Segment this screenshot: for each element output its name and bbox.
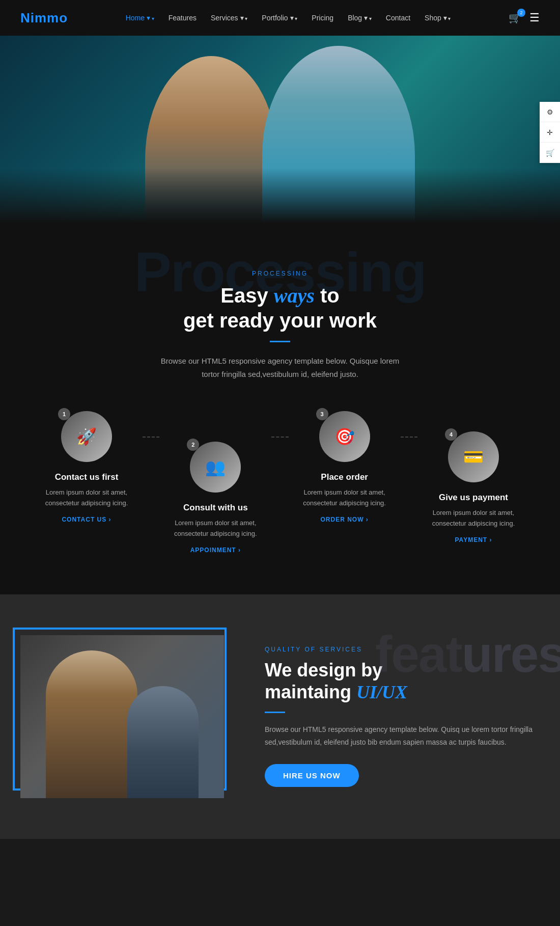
step-3-desc: Lorem ipsum dolor sit amet, consectetur … (289, 487, 401, 509)
features-title-line2-part1: maintaing (265, 682, 356, 702)
step-4-desc: Lorem ipsum dolor sit amet, consectetur … (417, 508, 529, 529)
step-1-number: 1 (58, 408, 70, 420)
nav-features[interactable]: Features (169, 14, 197, 22)
step-3-number: 3 (316, 408, 328, 420)
nav-portfolio[interactable]: Portfolio ▾ (262, 14, 297, 22)
features-divider (265, 712, 285, 713)
features-desc: Browse our HTML5 responsive agency templ… (265, 723, 540, 749)
features-person-1 (46, 650, 137, 798)
features-title: We design by maintaing UI/UX (265, 659, 540, 703)
logo[interactable]: Nimmo (20, 10, 68, 26)
step-2-title: Consult with us (183, 503, 248, 513)
title-italic: ways (274, 284, 315, 307)
nav-links: Home ▾ Features Services ▾ Portfolio ▾ P… (126, 14, 451, 22)
step-1-circle: 🚀 (61, 411, 112, 462)
dotted-line-2 (271, 437, 288, 438)
step-4-circle: 💳 (448, 431, 499, 482)
step-3-link[interactable]: ORDER NOW › (320, 516, 368, 523)
step-1-icon: 🚀 (76, 427, 97, 446)
nav-contact[interactable]: Contact (386, 14, 410, 22)
nav-home[interactable]: Home ▾ (126, 14, 154, 22)
dotted-line-1 (143, 437, 159, 438)
step-4-icon-wrap: 4 💳 (448, 431, 499, 482)
hamburger-menu[interactable]: ☰ (529, 11, 540, 24)
logo-text: Nimm (20, 10, 59, 25)
features-title-part1: We design by (265, 660, 382, 680)
cart-icon[interactable]: 🛒 2 (509, 12, 521, 24)
nav-blog[interactable]: Blog ▾ (348, 14, 372, 22)
step-4-number: 4 (445, 428, 457, 441)
step-3-circle: 🎯 (319, 411, 370, 462)
features-image-wrap (20, 635, 234, 798)
features-image (20, 635, 224, 798)
nav-right: 🛒 2 ☰ (509, 11, 540, 24)
cart-widget[interactable]: 🛒 (540, 143, 560, 163)
step-1-link[interactable]: CONTACT US › (62, 516, 111, 523)
nav-services[interactable]: Services ▾ (211, 14, 247, 22)
hero-section (0, 36, 560, 229)
step-3-icon-wrap: 3 🎯 (319, 411, 370, 462)
processing-desc: Browse our HTML5 responsive agency templ… (153, 355, 407, 380)
plus-widget[interactable]: ✛ (540, 122, 560, 143)
navbar: Nimmo Home ▾ Features Services ▾ Portfol… (0, 0, 560, 36)
step-2-icon: 👥 (205, 457, 226, 477)
title-line2: get ready your work (183, 309, 377, 332)
step-1-title: Contact us first (55, 472, 119, 482)
step-2-link[interactable]: APPOINMENT › (190, 547, 241, 554)
step-4-title: Give us payment (439, 493, 508, 503)
step-3-icon: 🎯 (334, 427, 355, 446)
step-4-link[interactable]: PAYMENT › (455, 536, 492, 543)
processing-tag: PROCESSING (20, 270, 540, 277)
step-2-desc: Lorem ipsum dolor sit amet, consectetur … (159, 518, 271, 539)
title-part2: to (315, 284, 340, 307)
dotted-line-3 (401, 437, 417, 438)
step-1-desc: Lorem ipsum dolor sit amet, consectetur … (31, 487, 143, 509)
features-person-2 (127, 686, 199, 798)
gear-widget[interactable]: ⚙ (540, 102, 560, 122)
step-1: 1 🚀 Contact us first Lorem ipsum dolor s… (31, 411, 143, 523)
step-1-icon-wrap: 1 🚀 (61, 411, 112, 462)
features-people (20, 635, 224, 798)
processing-section: Processing PROCESSING Easy ways to get r… (0, 229, 560, 594)
section-divider (270, 341, 290, 342)
step-4-icon: 💳 (463, 447, 484, 467)
step-2: 2 👥 Consult with us Lorem ipsum dolor si… (159, 442, 271, 554)
side-widgets: ⚙ ✛ 🛒 (540, 102, 560, 194)
hero-overlay (0, 168, 560, 229)
features-title-italic: UI/UX (356, 682, 407, 702)
step-2-icon-wrap: 2 👥 (190, 442, 241, 493)
step-3: 3 🎯 Place order Lorem ipsum dolor sit am… (289, 411, 401, 523)
step-2-circle: 👥 (190, 442, 241, 493)
processing-title: Easy ways to get ready your work (20, 283, 540, 333)
cart-badge: 2 (517, 9, 525, 17)
hire-us-button[interactable]: HIRE US NOW (265, 764, 359, 787)
title-part1: Easy (220, 284, 274, 307)
step-4: 4 💳 Give us payment Lorem ipsum dolor si… (417, 431, 529, 543)
logo-accent: o (59, 10, 68, 25)
step-3-title: Place order (321, 472, 368, 482)
hero-background (0, 36, 560, 229)
widget-group-1: ⚙ ✛ 🛒 (540, 102, 560, 163)
nav-pricing[interactable]: Pricing (312, 14, 333, 22)
features-content: QUALITY OF SERVICES We design by maintai… (265, 646, 540, 787)
features-section: features QUALITY OF SERVICES We design b… (0, 594, 560, 839)
nav-shop[interactable]: Shop ▾ (425, 14, 451, 22)
steps-row: 1 🚀 Contact us first Lorem ipsum dolor s… (20, 411, 540, 554)
quality-tag: QUALITY OF SERVICES (265, 646, 540, 653)
